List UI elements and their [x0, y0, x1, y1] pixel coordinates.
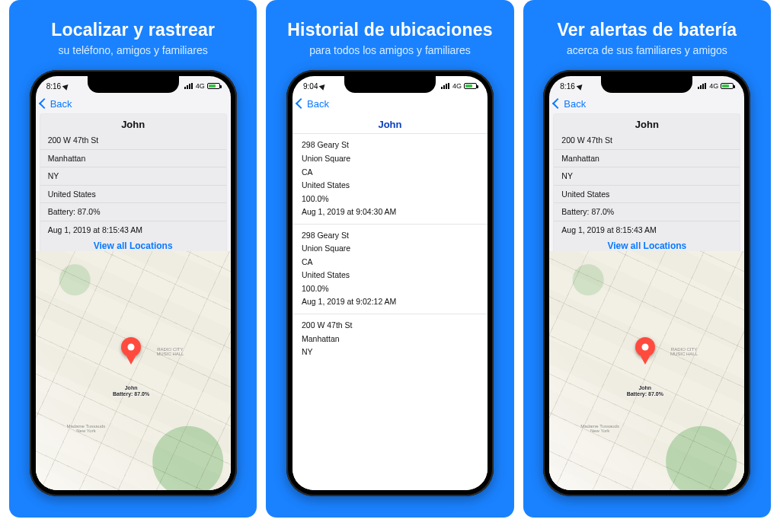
- map-view[interactable]: JohnBattery: 87.0% RADIO CITYMUSIC HALL …: [549, 251, 744, 490]
- promo-panel-battery: Ver alertas de batería acerca de sus fam…: [523, 0, 771, 518]
- map-poi: RADIO CITYMUSIC HALL: [156, 347, 184, 356]
- entry-country: United States: [302, 179, 478, 193]
- status-network: 4G: [196, 82, 205, 90]
- back-label: Back: [307, 98, 329, 110]
- card-person-name: John: [561, 119, 732, 129]
- phone-mock: 8:16 4G Back John: [543, 70, 750, 496]
- entry-street: 200 W 47th St: [302, 319, 478, 333]
- phone-mock: 8:16 4G Back John: [30, 70, 237, 496]
- card-country: United States: [561, 188, 732, 201]
- entry-street: 298 Geary St: [302, 229, 478, 243]
- phone-notch: [88, 76, 179, 93]
- location-icon: [62, 82, 71, 91]
- card-street: 200 W 47th St: [48, 134, 219, 147]
- chevron-left-icon: [552, 98, 563, 109]
- entry-country: United States: [302, 269, 478, 282]
- panel-subtitle: acerca de sus familiares y amigos: [567, 44, 727, 56]
- signal-icon: [698, 83, 707, 89]
- map-poi: RADIO CITYMUSIC HALL: [670, 347, 698, 356]
- card-timestamp: Aug 1, 2019 at 8:15:43 AM: [561, 224, 732, 237]
- panel-subtitle: para todos los amigos y familiares: [309, 44, 471, 56]
- location-card: John 200 W 47th St Manhattan NY United S…: [554, 114, 740, 255]
- battery-icon: [207, 83, 220, 89]
- card-timestamp: Aug 1, 2019 at 8:15:43 AM: [48, 224, 219, 237]
- card-person-name: John: [48, 119, 219, 129]
- entry-locality: Manhattan: [302, 333, 478, 346]
- back-button[interactable]: Back: [297, 98, 329, 110]
- chevron-left-icon: [296, 98, 306, 109]
- card-locality: Manhattan: [561, 152, 732, 165]
- status-time: 9:04: [303, 82, 318, 91]
- entry-region: NY: [302, 346, 478, 359]
- entry-region: CA: [302, 166, 478, 180]
- signal-icon: [441, 83, 450, 89]
- location-history-list[interactable]: John 298 Geary St Union Square CA United…: [292, 114, 488, 490]
- card-street: 200 W 47th St: [561, 134, 732, 147]
- back-label: Back: [564, 98, 586, 110]
- pin-label: JohnBattery: 87.0%: [627, 385, 663, 397]
- location-icon: [319, 82, 328, 91]
- view-all-locations-link[interactable]: View all Locations: [561, 241, 732, 250]
- status-time: 8:16: [560, 82, 574, 91]
- panel-title: Ver alertas de batería: [557, 20, 737, 40]
- view-all-locations-link[interactable]: View all Locations: [48, 241, 219, 250]
- entry-region: CA: [302, 256, 478, 269]
- entry-timestamp: Aug 1, 2019 at 9:04:30 AM: [302, 205, 478, 219]
- entry-street: 298 Geary St: [302, 139, 478, 152]
- panel-title: Historial de ubicaciones: [287, 20, 492, 40]
- card-country: United States: [48, 188, 219, 201]
- entry-battery: 100.0%: [302, 282, 478, 296]
- card-region: NY: [561, 170, 732, 183]
- back-button[interactable]: Back: [554, 98, 586, 110]
- promo-panel-history: Historial de ubicaciones para todos los …: [266, 0, 513, 518]
- nav-bar: Back: [549, 93, 744, 114]
- pin-label: JohnBattery: 87.0%: [113, 385, 149, 397]
- phone-notch: [601, 76, 692, 93]
- status-time: 8:16: [46, 82, 61, 91]
- entry-locality: Union Square: [302, 242, 478, 256]
- history-entry[interactable]: 298 Geary St Union Square CA United Stat…: [292, 224, 488, 314]
- map-pin-icon[interactable]: [121, 337, 141, 357]
- phone-notch: [344, 76, 436, 93]
- battery-icon: [721, 83, 734, 89]
- chevron-left-icon: [39, 98, 50, 109]
- nav-bar: Back: [36, 93, 231, 114]
- entry-battery: 100.0%: [302, 193, 478, 206]
- panel-subtitle: su teléfono, amigos y familiares: [59, 44, 208, 56]
- status-network: 4G: [452, 82, 462, 90]
- signal-icon: [184, 83, 193, 89]
- map-poi: Madame TussaudsNew York: [580, 424, 619, 433]
- location-card: John 200 W 47th St Manhattan NY United S…: [40, 114, 226, 255]
- card-region: NY: [48, 170, 219, 183]
- location-icon: [576, 82, 584, 91]
- back-label: Back: [50, 98, 72, 110]
- card-battery: Battery: 87.0%: [48, 205, 219, 218]
- history-entry[interactable]: 298 Geary St Union Square CA United Stat…: [292, 133, 488, 223]
- nav-bar: Back: [292, 93, 488, 114]
- map-pin-icon[interactable]: [635, 337, 655, 357]
- card-battery: Battery: 87.0%: [561, 205, 732, 218]
- status-network: 4G: [709, 82, 718, 90]
- map-poi: Madame TussaudsNew York: [67, 424, 106, 433]
- card-locality: Manhattan: [48, 152, 219, 165]
- promo-panel-locate: Localizar y rastrear su teléfono, amigos…: [9, 0, 257, 518]
- back-button[interactable]: Back: [40, 98, 72, 110]
- entry-timestamp: Aug 1, 2019 at 9:02:12 AM: [302, 295, 478, 309]
- map-view[interactable]: JohnBattery: 87.0% RADIO CITYMUSIC HALL …: [36, 251, 231, 490]
- battery-icon: [464, 83, 477, 89]
- list-person-name: John: [292, 119, 488, 130]
- history-entry[interactable]: 200 W 47th St Manhattan NY: [292, 314, 488, 364]
- entry-locality: Union Square: [302, 152, 478, 166]
- phone-mock: 9:04 4G Back John: [286, 70, 494, 496]
- panel-title: Localizar y rastrear: [51, 20, 215, 40]
